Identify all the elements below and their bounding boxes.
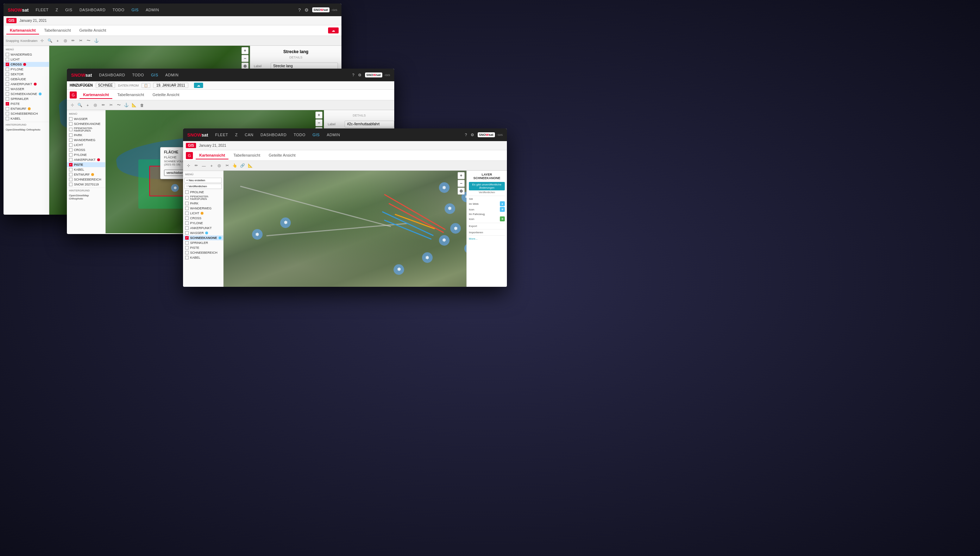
sidebar-item-entwurf-w1[interactable]: ENTWURF: [3, 106, 49, 111]
sidebar-item-licht-w1[interactable]: LICHT: [3, 57, 49, 62]
nav-gis-w1[interactable]: GIS: [131, 8, 138, 12]
tool-plus-w1[interactable]: +: [55, 38, 61, 44]
tab-tabellenansicht-w2[interactable]: Tabellenansicht: [114, 91, 147, 99]
gear-icon-w1[interactable]: ⚙: [304, 7, 309, 13]
cb-snow20270119-w2[interactable]: [69, 183, 73, 186]
sidebar-item-pylone-w3[interactable]: PYLONE: [183, 221, 223, 226]
cb-entwurf-w2[interactable]: [69, 173, 73, 176]
cb-park-w2[interactable]: [69, 133, 73, 137]
tool-9-w3[interactable]: 📐: [247, 163, 254, 169]
tool-pen-w1[interactable]: ✏: [70, 38, 76, 44]
cb-pylone-w3[interactable]: [185, 221, 189, 225]
nav-can-w1[interactable]: GIS: [65, 8, 72, 12]
cb-cross-w1[interactable]: [6, 63, 9, 66]
tool-4-w3[interactable]: +: [209, 163, 215, 169]
sidebar-item-schneekanone-w1[interactable]: SCHNEEKANONE: [3, 92, 49, 96]
tool-5-w2[interactable]: ✏: [100, 102, 106, 108]
cb-pylone-w1[interactable]: [6, 68, 9, 71]
sidebar-item-ankerpunkt-w3[interactable]: ANKERPUNKT: [183, 226, 223, 231]
sidebar-item-ankerpunkt-w1[interactable]: ANKERPUNKT: [3, 82, 49, 87]
gear-icon-w2[interactable]: ⚙: [358, 73, 362, 78]
sidebar-item-pylone-w2[interactable]: PYLONE: [67, 152, 105, 157]
sidebar-item-cross-w3[interactable]: CROSS: [183, 216, 223, 221]
cb-schneebereich-w2[interactable]: [69, 178, 73, 181]
nav-gis-w3[interactable]: GIS: [312, 133, 320, 137]
daten-from-icon-w2[interactable]: 📋: [142, 83, 150, 88]
cb-ankerpunkt-w1[interactable]: [6, 82, 9, 86]
cb-sprinkler-w3[interactable]: [185, 241, 189, 244]
sidebar-publish-btn-w3[interactable]: ↑ Veröffentlichen: [184, 184, 222, 189]
question-icon-w1[interactable]: ?: [298, 7, 301, 13]
layer-publish-btn-w3[interactable]: Es gibt unveröffentliche Änderungen: [469, 182, 505, 191]
tool-wave-w1[interactable]: 〜: [86, 38, 92, 44]
sidebar-item-wanderweg-w1[interactable]: WANDERWEG: [3, 52, 49, 57]
nav-dashboard-w2[interactable]: DASHBOARD: [99, 73, 125, 77]
sidebar-item-sprinkler-w3[interactable]: SPRINKLER: [183, 240, 223, 245]
cb-pipemon-w2[interactable]: [69, 128, 73, 131]
reset-view-w3[interactable]: ⊕: [458, 187, 465, 195]
tool-select-w1[interactable]: ⊹: [39, 38, 45, 44]
gear-icon-w3[interactable]: ⚙: [471, 133, 474, 137]
cb-schneebereich-w3[interactable]: [185, 251, 189, 254]
question-icon-w3[interactable]: ?: [465, 133, 467, 137]
cb-wasser-w1[interactable]: [6, 87, 9, 91]
cb-park-w3[interactable]: [185, 202, 189, 205]
sidebar-item-proline-w3[interactable]: PROLINE: [183, 190, 223, 195]
tool-3-w3[interactable]: —: [201, 163, 207, 169]
tool-9-w2[interactable]: 📐: [131, 102, 137, 108]
cb-piste-w2[interactable]: [69, 163, 73, 166]
cb-licht-w3[interactable]: [185, 212, 189, 215]
tab-tabellenansicht-w1[interactable]: Tabellenansicht: [40, 27, 74, 34]
sidebar-item-wanderweg-w2[interactable]: WANDERWEG: [67, 137, 105, 142]
zoom-in-w1[interactable]: +: [241, 47, 249, 54]
sidebar-item-wanderweg-w3[interactable]: WANDERWEG: [183, 206, 223, 211]
nav-dashboard-w1[interactable]: DASHBOARD: [79, 8, 106, 12]
nav-todo-w3[interactable]: TODO: [294, 133, 306, 137]
date-w2[interactable]: 19. JANUAR 2011: [153, 83, 188, 88]
cb-entwurf-w1[interactable]: [6, 107, 9, 110]
tool-3-w2[interactable]: +: [84, 102, 91, 108]
sidebar-item-sprinkler-w1[interactable]: SPRINKLER: [3, 96, 49, 101]
cb-sprinkler-w1[interactable]: [6, 97, 9, 101]
cb-schneekanone-w1[interactable]: [6, 92, 9, 96]
tool-search-w1[interactable]: 🔍: [47, 38, 53, 44]
sidebar-item-kabel-w3[interactable]: KABEL: [183, 255, 223, 260]
tool-circle-w1[interactable]: ◎: [62, 38, 69, 44]
tab-geteilte-ansicht-w2[interactable]: Geteilte Ansicht: [149, 91, 183, 99]
sidebar-item-pipemon-w3[interactable]: PIPEMONSTER-FAHRSPUREN: [183, 195, 223, 201]
tool-4-w2[interactable]: ◎: [92, 102, 99, 108]
sidebar-item-schneekanone-w3[interactable]: SCHNEEKANONE: [183, 235, 223, 240]
cb-pipemon-w3[interactable]: [185, 196, 189, 200]
nav-gis-w2[interactable]: GIS: [151, 73, 158, 77]
cb-gebaeude-w1[interactable]: [6, 78, 9, 81]
hinzufugen-btn-w2[interactable]: HINZUFÜGEN: [70, 83, 93, 87]
sidebar-item-piste-w1[interactable]: PISTE: [3, 101, 49, 106]
schnee-btn-w2[interactable]: SCHNEE: [96, 83, 115, 88]
question-icon-w2[interactable]: ?: [352, 73, 354, 77]
nav-admin-w1[interactable]: ADMIN: [146, 8, 159, 12]
tool-8-w3[interactable]: 🔗: [239, 163, 246, 169]
sidebar-item-wasser-w1[interactable]: WASSER: [3, 87, 49, 92]
sidebar-item-schneebereich-w3[interactable]: SCHNEEBEREICH: [183, 250, 223, 255]
sidebar-item-schneebereich-w1[interactable]: SCHNEEBEREICH: [3, 111, 49, 116]
cb-schneekanone-w2[interactable]: [69, 122, 73, 126]
nav-todo-w1[interactable]: TODO: [113, 8, 125, 12]
publish-btn-w2[interactable]: ☁: [194, 83, 203, 88]
tab-tabellenansicht-w3[interactable]: Tabellenansicht: [230, 152, 264, 159]
cb-wanderweg-w2[interactable]: [69, 138, 73, 142]
tool-anchor-w1[interactable]: ⚓: [93, 38, 100, 44]
sidebar-item-cross-w1[interactable]: CROSS: [3, 62, 49, 67]
cb-sektor-w1[interactable]: [6, 73, 9, 76]
tool-6-w3[interactable]: ✂: [224, 163, 230, 169]
sidebar-item-entwurf-w2[interactable]: ENTWURF: [67, 172, 105, 177]
cb-kabel-w2[interactable]: [69, 168, 73, 171]
nav-fleet-w3[interactable]: FLEET: [215, 133, 228, 137]
sidebar-item-pipemon-w2[interactable]: PIPEMONSTER-FAHRSPUREN: [67, 126, 105, 133]
zoom-out-w3[interactable]: −: [458, 180, 465, 187]
upload-btn-w1[interactable]: ☁: [328, 27, 339, 34]
cb-ankerpunkt-w2[interactable]: [69, 158, 73, 162]
nav-admin-w3[interactable]: ADMIN: [327, 133, 340, 137]
tool-scissors-w1[interactable]: ✂: [78, 38, 84, 44]
sidebar-item-orthophoto-w2[interactable]: OpenStreetMap Orthophoto: [67, 193, 105, 201]
sidebar-item-wasser-w2[interactable]: WASSER: [67, 116, 105, 121]
